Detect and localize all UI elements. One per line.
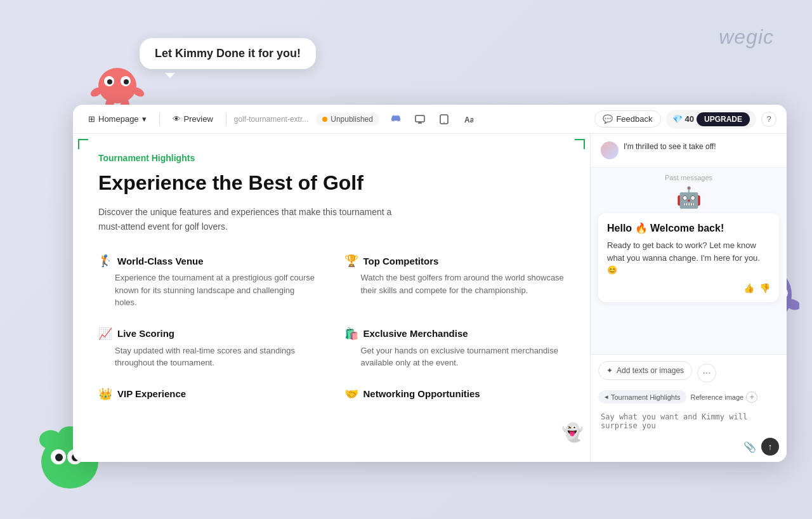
crown-icon: 👑 (98, 387, 112, 401)
feature-header: 📈 Live Scoring (98, 327, 319, 341)
chat-text-input[interactable] (598, 407, 779, 435)
thumbs-up-button[interactable]: 👍 (743, 283, 754, 293)
more-options-button[interactable]: ··· (697, 364, 716, 383)
upgrade-button[interactable]: UPGRADE (697, 112, 750, 126)
ai-message-block: Hello 🔥 Welcome back! Ready to get back … (598, 213, 779, 302)
svg-point-3 (107, 79, 112, 84)
context-tag-label: Tournament Highlights (611, 393, 680, 401)
chevron-down-icon: ▾ (142, 114, 147, 124)
topbar-left: ⊞ Homepage ▾ 👁 Preview golf-tournament-e… (83, 110, 589, 128)
ai-avatar-row: 🤖 (591, 185, 787, 209)
venue-icon: 🏌️ (98, 254, 112, 268)
chat-bottom-row: 📎 ↑ (598, 438, 779, 456)
feedback-label: Feedback (616, 114, 652, 124)
send-button[interactable]: ↑ (761, 438, 779, 456)
svg-point-0 (98, 68, 136, 103)
add-ref-button[interactable]: + (746, 391, 757, 403)
features-grid: 🏌️ World-Class Venue Experience the tour… (98, 254, 565, 401)
user-message-text: I'm thrilled to see it take off! (624, 141, 716, 152)
svg-text:Aa: Aa (464, 115, 473, 124)
topbar: ⊞ Homepage ▾ 👁 Preview golf-tournament-e… (73, 105, 787, 134)
section-label: Tournament Highlights (98, 153, 565, 163)
help-button[interactable]: ? (761, 112, 776, 127)
eye-icon: 👁 (173, 114, 181, 124)
ai-mascot-icon: 🤖 (676, 185, 702, 209)
trophy-icon: 🏆 (344, 254, 358, 268)
discord-icon-btn[interactable] (387, 110, 405, 128)
gem-icon: 💎 (672, 114, 683, 124)
feature-header: 👑 VIP Experience (98, 387, 319, 401)
ai-greeting: Hello 🔥 Welcome back! (607, 222, 770, 234)
add-content-button[interactable]: ✦ Add texts or images (598, 361, 692, 380)
feature-desc: Stay updated with real-time scores and s… (98, 345, 319, 369)
user-message: I'm thrilled to see it take off! (591, 134, 787, 168)
feature-title: Exclusive Merchandise (363, 328, 468, 339)
ai-message-body: Ready to get back to work? Let me know w… (607, 239, 770, 277)
feature-header: 🏌️ World-Class Venue (98, 254, 319, 268)
preview-tab[interactable]: 👁 Preview (167, 112, 218, 126)
list-item: 📈 Live Scoring Stay updated with real-ti… (98, 327, 319, 369)
svg-point-4 (124, 79, 129, 84)
comment-icon: 💬 (603, 114, 613, 124)
mobile-icon-btn[interactable] (435, 110, 453, 128)
topbar-right: 💬 Feedback 💎 40 UPGRADE ? (594, 110, 776, 129)
feature-title: Live Scoring (117, 328, 174, 339)
bag-icon: 🛍️ (344, 327, 358, 341)
editor-description: Discover the unique features and experie… (98, 205, 416, 233)
feature-title: World-Class Venue (117, 256, 204, 266)
page-title: Experience the Best of Golf (98, 171, 565, 195)
feature-title: Networking Opportunities (363, 388, 480, 399)
wegic-logo: wegic (719, 25, 774, 49)
feature-title: Top Competitors (363, 256, 439, 266)
chat-input-area: ✦ Add texts or images ··· ◂ Tournament H… (591, 354, 787, 462)
feature-title: VIP Experience (117, 388, 186, 399)
attach-button[interactable]: 📎 (743, 441, 756, 453)
feature-header: 🛍️ Exclusive Merchandise (344, 327, 565, 341)
editor-panel: Tournament Highlights Experience the Bes… (73, 134, 590, 462)
feature-desc: Watch the best golfers from around the w… (344, 272, 565, 296)
main-window: ⊞ Homepage ▾ 👁 Preview golf-tournament-e… (73, 105, 787, 462)
status-dot (322, 117, 327, 122)
preview-label: Preview (184, 114, 213, 124)
ref-tag-label: Reference image (690, 393, 743, 401)
speech-bubble: Let Kimmy Done it for you! (140, 38, 316, 69)
unpublished-label: Unpublished (331, 115, 373, 124)
avatar (601, 141, 619, 159)
list-item: 🏆 Top Competitors Watch the best golfers… (344, 254, 565, 309)
url-display: golf-tournament-extr... (234, 115, 308, 124)
credits-badge: 💎 40 UPGRADE (666, 110, 756, 129)
thumbs-down-button[interactable]: 👎 (759, 283, 770, 293)
reference-image-tag[interactable]: Reference image + (690, 391, 757, 403)
add-content-label: Add texts or images (617, 366, 684, 375)
content-area: Tournament Highlights Experience the Bes… (73, 134, 787, 462)
svg-point-19 (55, 454, 63, 461)
divider-2 (226, 113, 226, 126)
list-item: 🏌️ World-Class Venue Experience the tour… (98, 254, 319, 309)
desktop-icon-btn[interactable] (411, 110, 429, 128)
list-item: 🤝 Networking Opportunities (344, 387, 565, 401)
unpublished-badge: Unpublished (316, 113, 379, 126)
past-messages-divider: Past messages (591, 168, 787, 185)
feature-desc: Experience the tournament at a prestigio… (98, 272, 319, 309)
divider-1 (159, 113, 160, 126)
feature-header: 🤝 Networking Opportunities (344, 387, 565, 401)
context-tags-row: ◂ Tournament Highlights Reference image … (598, 390, 779, 404)
corner-bracket-tl (78, 139, 88, 149)
text-icon-btn[interactable]: Aa (459, 110, 477, 128)
homepage-icon: ⊞ (88, 114, 95, 124)
topbar-icon-group: Aa (387, 110, 477, 128)
credits-count: 40 (685, 114, 694, 124)
list-item: 👑 VIP Experience (98, 387, 319, 401)
mini-ghost-mascot: 👻 (561, 422, 584, 443)
sparkle-icon: ✦ (606, 366, 613, 375)
chart-icon: 📈 (98, 327, 112, 341)
chat-spacer (591, 310, 787, 355)
tag-arrow: ◂ (605, 393, 608, 401)
homepage-label: Homepage (98, 114, 139, 124)
network-icon: 🤝 (344, 387, 358, 401)
svg-point-26 (443, 122, 445, 123)
homepage-tab[interactable]: ⊞ Homepage ▾ (83, 112, 152, 126)
chat-panel: I'm thrilled to see it take off! Past me… (590, 134, 787, 462)
ai-message-actions: 👍 👎 (607, 283, 770, 293)
feedback-button[interactable]: 💬 Feedback (594, 110, 660, 128)
